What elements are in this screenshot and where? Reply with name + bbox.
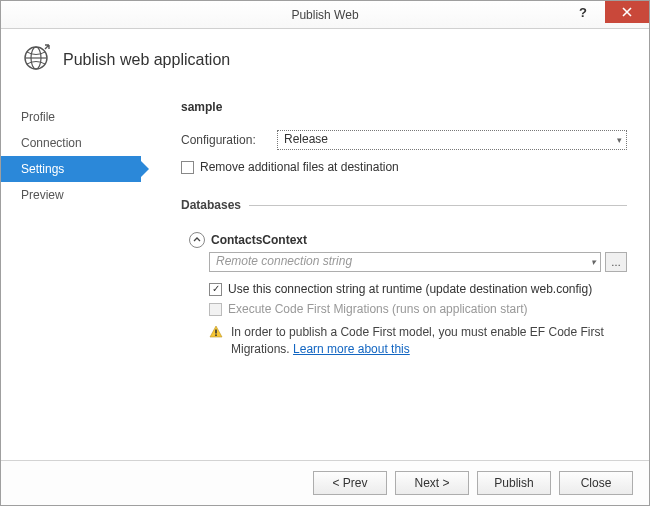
globe-icon (21, 43, 51, 76)
chevron-down-icon: ▾ (591, 257, 596, 267)
exec-migrations-label: Execute Code First Migrations (runs on a… (228, 302, 527, 316)
sidebar-item-preview[interactable]: Preview (1, 182, 141, 208)
connection-string-placeholder: Remote connection string (216, 254, 352, 268)
divider (249, 205, 627, 206)
browse-connection-button[interactable]: … (605, 252, 627, 272)
exec-migrations-row: Execute Code First Migrations (runs on a… (209, 302, 627, 316)
help-button[interactable]: ? (561, 1, 605, 23)
chevron-up-icon (193, 236, 201, 244)
sidebar-item-label: Connection (21, 136, 82, 150)
content-area: Profile Connection Settings Preview samp… (1, 86, 649, 460)
configuration-label: Configuration: (181, 133, 269, 147)
database-header: ContactsContext (189, 232, 627, 248)
next-button[interactable]: Next > (395, 471, 469, 495)
svg-rect-4 (215, 334, 217, 336)
sidebar-item-connection[interactable]: Connection (1, 130, 141, 156)
database-block: ContactsContext Remote connection string… (181, 232, 627, 358)
warning-text-block: In order to publish a Code First model, … (231, 324, 627, 358)
window-controls: ? (561, 1, 649, 28)
connection-string-input[interactable]: Remote connection string ▾ (209, 252, 601, 272)
warning-text: In order to publish a Code First model, … (231, 325, 604, 356)
footer: < Prev Next > Publish Close (1, 460, 649, 505)
publish-web-window: Publish Web ? Publish web application Pr… (0, 0, 650, 506)
chevron-down-icon: ▾ (617, 135, 622, 145)
learn-more-link[interactable]: Learn more about this (293, 342, 410, 356)
close-icon (622, 7, 632, 17)
page-title: Publish web application (63, 51, 230, 69)
header: Publish web application (1, 29, 649, 86)
database-name: ContactsContext (211, 233, 307, 247)
use-conn-label: Use this connection string at runtime (u… (228, 282, 592, 296)
configuration-value: Release (284, 132, 328, 146)
sidebar-item-settings[interactable]: Settings (1, 156, 141, 182)
remove-additional-row: Remove additional files at destination (181, 160, 627, 174)
titlebar: Publish Web ? (1, 1, 649, 29)
svg-rect-3 (215, 330, 217, 334)
sidebar-item-profile[interactable]: Profile (1, 104, 141, 130)
warning-icon (209, 325, 223, 358)
close-window-button[interactable] (605, 1, 649, 23)
use-conn-checkbox[interactable]: ✓ (209, 283, 222, 296)
remove-additional-checkbox[interactable] (181, 161, 194, 174)
profile-name: sample (181, 100, 627, 114)
sidebar-item-label: Settings (21, 162, 64, 176)
close-button[interactable]: Close (559, 471, 633, 495)
use-conn-row: ✓ Use this connection string at runtime … (209, 282, 627, 296)
connection-string-row: Remote connection string ▾ … (209, 252, 627, 272)
main-panel: sample Configuration: Release ▾ Remove a… (141, 86, 649, 460)
configuration-select[interactable]: Release ▾ (277, 130, 627, 150)
sidebar: Profile Connection Settings Preview (1, 86, 141, 460)
configuration-row: Configuration: Release ▾ (181, 130, 627, 150)
warning-message: In order to publish a Code First model, … (209, 324, 627, 358)
sidebar-item-label: Preview (21, 188, 64, 202)
publish-button[interactable]: Publish (477, 471, 551, 495)
window-title: Publish Web (1, 8, 649, 22)
remove-additional-label: Remove additional files at destination (200, 160, 399, 174)
databases-section-header: Databases (181, 198, 627, 212)
databases-title: Databases (181, 198, 249, 212)
collapse-button[interactable] (189, 232, 205, 248)
ellipsis-icon: … (611, 257, 621, 268)
prev-button[interactable]: < Prev (313, 471, 387, 495)
sidebar-item-label: Profile (21, 110, 55, 124)
exec-migrations-checkbox (209, 303, 222, 316)
